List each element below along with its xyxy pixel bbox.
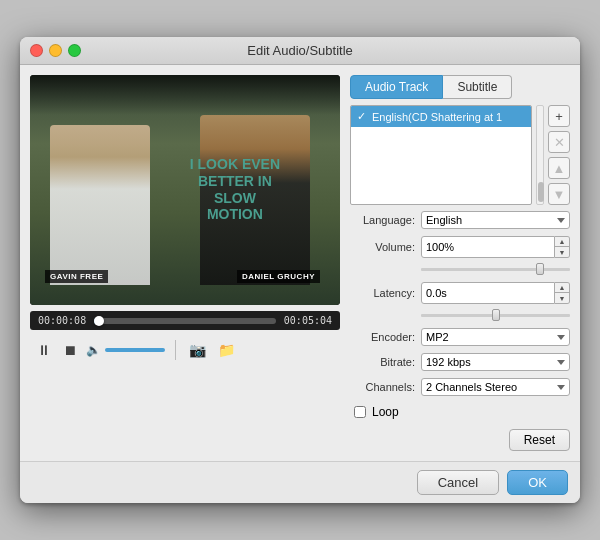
window-controls: [30, 44, 81, 57]
latency-input[interactable]: [421, 282, 555, 304]
video-player[interactable]: I LOOK EVENBETTER INSLOWMOTION GAVIN FRE…: [30, 75, 340, 305]
person-left: [50, 125, 150, 285]
track-actions: + ✕ ▲ ▼: [548, 105, 570, 205]
controls-bar: ⏸ ⏹ 🔈 📷 📁: [30, 336, 340, 364]
close-button[interactable]: [30, 44, 43, 57]
video-overlay: [30, 75, 340, 115]
latency-slider-thumb[interactable]: [492, 309, 500, 321]
volume-input[interactable]: [421, 236, 555, 258]
language-select[interactable]: English: [421, 211, 570, 229]
window-title: Edit Audio/Subtitle: [247, 43, 353, 58]
progress-area: 00:00:08 00:05:04: [30, 311, 340, 330]
volume-down-button[interactable]: ▼: [555, 247, 569, 257]
move-down-button[interactable]: ▼: [548, 183, 570, 205]
ok-button[interactable]: OK: [507, 470, 568, 495]
tab-subtitle[interactable]: Subtitle: [443, 75, 512, 99]
latency-spin: ▲ ▼: [421, 282, 570, 304]
volume-spin-buttons: ▲ ▼: [555, 236, 570, 258]
stop-button[interactable]: ⏹: [60, 340, 80, 360]
list-item[interactable]: ✓ English(CD Shattering at 1: [351, 106, 531, 127]
left-panel: I LOOK EVENBETTER INSLOWMOTION GAVIN FRE…: [30, 75, 340, 451]
channels-label: Channels:: [350, 381, 415, 393]
reset-row: Reset: [350, 429, 570, 451]
volume-spin: ▲ ▼: [421, 236, 570, 258]
track-list: ✓ English(CD Shattering at 1: [350, 105, 532, 205]
track-label: English(CD Shattering at 1: [372, 111, 502, 123]
latency-slider-track: [421, 314, 570, 317]
track-list-scrollbar[interactable]: [536, 105, 544, 205]
volume-section: 🔈: [86, 343, 165, 357]
track-check-icon: ✓: [357, 110, 366, 123]
language-label: Language:: [350, 214, 415, 226]
latency-label: Latency:: [350, 287, 415, 299]
right-panel: Audio Track Subtitle ✓ English(CD Shatte…: [350, 75, 570, 451]
maximize-button[interactable]: [68, 44, 81, 57]
scroll-thumb: [538, 182, 544, 202]
slow-text: I LOOK EVENBETTER INSLOWMOTION: [190, 156, 280, 223]
loop-label: Loop: [372, 405, 399, 419]
volume-row: Volume: ▲ ▼: [350, 236, 570, 258]
volume-icon: 🔈: [86, 343, 101, 357]
folder-button[interactable]: 📁: [215, 340, 238, 360]
latency-row: Latency: ▲ ▼: [350, 282, 570, 304]
bitrate-row: Bitrate: 192 kbps: [350, 353, 570, 371]
bottom-bar: Cancel OK: [20, 461, 580, 503]
main-window: Edit Audio/Subtitle I LOOK EVENBETTER IN…: [20, 37, 580, 503]
add-track-button[interactable]: +: [548, 105, 570, 127]
divider: [175, 340, 176, 360]
bitrate-label: Bitrate:: [350, 356, 415, 368]
encoder-row: Encoder: MP2: [350, 328, 570, 346]
latency-spin-buttons: ▲ ▼: [555, 282, 570, 304]
remove-track-button[interactable]: ✕: [548, 131, 570, 153]
video-frame: I LOOK EVENBETTER INSLOWMOTION GAVIN FRE…: [30, 75, 340, 305]
pause-button[interactable]: ⏸: [34, 340, 54, 360]
total-time: 00:05:04: [284, 315, 332, 326]
latency-track[interactable]: [421, 311, 570, 319]
latency-up-button[interactable]: ▲: [555, 283, 569, 293]
move-up-button[interactable]: ▲: [548, 157, 570, 179]
cancel-button[interactable]: Cancel: [417, 470, 499, 495]
volume-track[interactable]: [421, 265, 570, 273]
channels-row: Channels: 2 Channels Stereo: [350, 378, 570, 396]
volume-label: Volume:: [350, 241, 415, 253]
loop-row: Loop: [350, 405, 570, 419]
current-time: 00:00:08: [38, 315, 86, 326]
tab-audio-track[interactable]: Audio Track: [350, 75, 443, 99]
volume-slider-track: [421, 268, 570, 271]
latency-down-button[interactable]: ▼: [555, 293, 569, 303]
bitrate-select[interactable]: 192 kbps: [421, 353, 570, 371]
language-row: Language: English: [350, 211, 570, 229]
volume-slider[interactable]: [105, 348, 165, 352]
volume-up-button[interactable]: ▲: [555, 237, 569, 247]
snapshot-button[interactable]: 📷: [186, 340, 209, 360]
track-list-section: ✓ English(CD Shattering at 1 + ✕ ▲ ▼: [350, 105, 570, 205]
titlebar: Edit Audio/Subtitle: [20, 37, 580, 65]
minimize-button[interactable]: [49, 44, 62, 57]
name-tag-left: GAVIN FREE: [45, 270, 108, 283]
volume-slider-row: [350, 265, 570, 273]
progress-bar[interactable]: [94, 318, 276, 324]
latency-slider-row: [350, 311, 570, 319]
encoder-select[interactable]: MP2: [421, 328, 570, 346]
loop-checkbox[interactable]: [354, 406, 366, 418]
volume-slider-thumb[interactable]: [536, 263, 544, 275]
encoder-label: Encoder:: [350, 331, 415, 343]
content-area: I LOOK EVENBETTER INSLOWMOTION GAVIN FRE…: [20, 65, 580, 461]
channels-select[interactable]: 2 Channels Stereo: [421, 378, 570, 396]
name-tag-right: DANIEL GRUCHY: [237, 270, 320, 283]
progress-handle[interactable]: [94, 316, 104, 326]
reset-button[interactable]: Reset: [509, 429, 570, 451]
tab-group: Audio Track Subtitle: [350, 75, 570, 99]
